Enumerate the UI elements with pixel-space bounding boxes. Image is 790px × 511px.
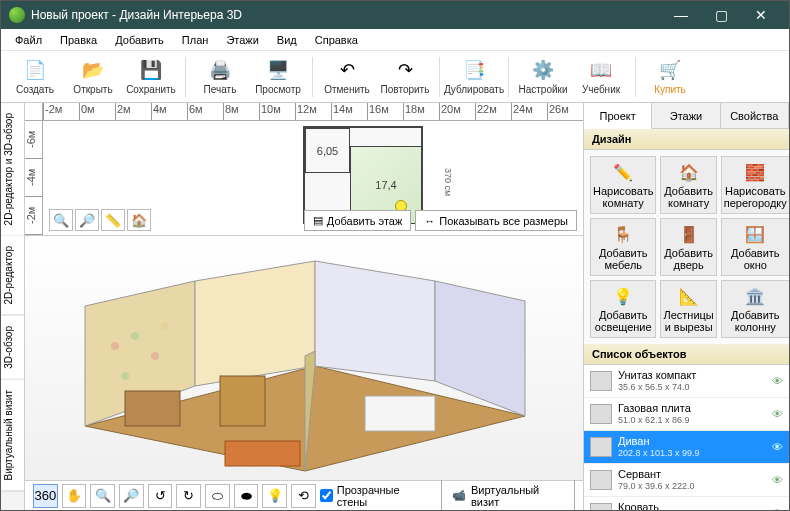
menu-справка[interactable]: Справка [307,31,366,49]
plan-canvas[interactable]: 6,05 17,4 370 см 🔍 🔎 📏 🏠 ▤Добавить этаж … [43,121,583,235]
plan-tools: 🔍 🔎 📏 🏠 [49,209,151,231]
create-icon: 📄 [23,58,47,82]
duplicate-button[interactable]: 📑Дублировать [446,53,502,101]
virtual-visit-button[interactable]: 📹Виртуальный визит [441,479,575,512]
room-small[interactable]: 6,05 [305,128,350,173]
redo-button[interactable]: ↷Повторить [377,53,433,101]
tutorial-button[interactable]: 📖Учебник [573,53,629,101]
menu-добавить[interactable]: Добавить [107,31,172,49]
objects-header: Список объектов [584,344,789,365]
rtab-Проект[interactable]: Проект [584,103,652,129]
tilt-up-button[interactable]: ⬭ [205,484,230,508]
object-icon [590,437,612,457]
object-item[interactable]: Унитаз компакт35.6 x 56.5 x 74.0👁 [584,365,789,398]
separator [635,57,636,97]
card-icon: 🚪 [678,223,700,245]
rotate-right-button[interactable]: ↻ [176,484,201,508]
preview-button[interactable]: 🖥️Просмотр [250,53,306,101]
minimize-button[interactable]: — [661,1,701,29]
measure-button[interactable]: 📏 [101,209,125,231]
right-tabs: ПроектЭтажиСвойства [584,103,789,129]
view-3d[interactable] [25,236,583,480]
visibility-icon[interactable]: 👁 [772,375,783,387]
design-card[interactable]: 🪟Добавить окно [721,218,790,276]
svg-rect-6 [125,391,180,426]
add-floor-button[interactable]: ▤Добавить этаж [304,210,411,231]
bottom-toolbar: 360 ✋ 🔍 🔎 ↺ ↻ ⬭ ⬬ 💡 ⟲ Прозрачные стены 📹… [25,480,583,510]
design-card[interactable]: 🏛️Добавить колонну [721,280,790,338]
svg-marker-3 [315,261,435,381]
transparent-walls-checkbox[interactable]: Прозрачные стены [320,484,427,508]
menubar: ФайлПравкаДобавитьПланЭтажиВидСправка [1,29,789,51]
zoom-in-3d-button[interactable]: 🔎 [119,484,144,508]
vtab-2[interactable]: 3D-обзор [1,316,24,380]
design-header: Дизайн [584,129,789,150]
maximize-button[interactable]: ▢ [701,1,741,29]
visibility-icon[interactable]: 👁 [772,441,783,453]
menu-план[interactable]: План [174,31,217,49]
design-card[interactable]: 🪑Добавить мебель [590,218,656,276]
separator [508,57,509,97]
object-item[interactable]: Газовая плита51.0 x 62.1 x 86.9👁 [584,398,789,431]
visibility-icon[interactable]: 👁 [772,474,783,486]
menu-правка[interactable]: Правка [52,31,105,49]
orbit-360-button[interactable]: 360 [33,484,58,508]
vtab-3[interactable]: Виртуальный визит [1,380,24,492]
vtab-0[interactable]: 2D-редактор и 3D-обзор [1,103,24,236]
design-card[interactable]: 🧱Нарисовать перегородку [721,156,790,214]
card-icon: 🏠 [678,161,700,183]
design-card[interactable]: 📐Лестницы и вырезы [660,280,716,338]
zoom-out-3d-button[interactable]: 🔍 [90,484,115,508]
dimension-label: 370 см [443,168,453,196]
rtab-Этажи[interactable]: Этажи [652,103,720,128]
separator [312,57,313,97]
rotate-left-button[interactable]: ↺ [148,484,173,508]
object-icon [590,503,612,510]
save-button[interactable]: 💾Сохранить [123,53,179,101]
close-button[interactable]: ✕ [741,1,781,29]
menu-файл[interactable]: Файл [7,31,50,49]
settings-icon: ⚙️ [531,58,555,82]
visibility-icon[interactable]: 👁 [772,408,783,420]
home-button[interactable]: 🏠 [127,209,151,231]
redo-icon: ↷ [393,58,417,82]
create-button[interactable]: 📄Создать [7,53,63,101]
undo-icon: ↶ [335,58,359,82]
menu-вид[interactable]: Вид [269,31,305,49]
design-card[interactable]: 🚪Добавить дверь [660,218,716,276]
tilt-down-button[interactable]: ⬬ [234,484,259,508]
design-card[interactable]: 💡Добавить освещение [590,280,656,338]
open-icon: 📂 [81,58,105,82]
menu-этажи[interactable]: Этажи [218,31,266,49]
undo-button[interactable]: ↶Отменить [319,53,375,101]
window-title: Новый проект - Дизайн Интерьера 3D [31,8,661,22]
plan-2d[interactable]: -6м-4м-2м 6,05 17,4 370 см 🔍 🔎 📏 🏠 ▤Доба… [25,121,583,236]
rtab-Свойства[interactable]: Свойства [721,103,789,128]
visibility-icon[interactable]: 👁 [772,507,783,510]
print-button[interactable]: 🖨️Печать [192,53,248,101]
print-icon: 🖨️ [208,58,232,82]
object-item[interactable]: Диван202.8 x 101.3 x 99.9👁 [584,431,789,464]
app-icon [9,7,25,23]
reset-view-button[interactable]: ⟲ [291,484,316,508]
zoom-in-button[interactable]: 🔎 [75,209,99,231]
show-dims-button[interactable]: ↔Показывать все размеры [415,210,577,231]
object-item[interactable]: Сервант79.0 x 39.6 x 222.0👁 [584,464,789,497]
buy-icon: 🛒 [658,58,682,82]
light-button[interactable]: 💡 [262,484,287,508]
buy-button[interactable]: 🛒Купить [642,53,698,101]
settings-button[interactable]: ⚙️Настройки [515,53,571,101]
svg-rect-7 [220,376,265,426]
pan-button[interactable]: ✋ [62,484,87,508]
tutorial-icon: 📖 [589,58,613,82]
canvas-area: -2м0м2м4м6м8м10м12м14м16м18м20м22м24м26м… [25,103,583,510]
design-card[interactable]: 🏠Добавить комнату [660,156,716,214]
svg-rect-8 [365,396,435,431]
open-button[interactable]: 📂Открыть [65,53,121,101]
object-item[interactable]: Кровать146.2 x 207.3 x 75.1👁 [584,497,789,510]
zoom-out-button[interactable]: 🔍 [49,209,73,231]
design-card[interactable]: ✏️Нарисовать комнату [590,156,656,214]
object-icon [590,404,612,424]
vtab-1[interactable]: 2D-редактор [1,236,24,316]
titlebar: Новый проект - Дизайн Интерьера 3D — ▢ ✕ [1,1,789,29]
